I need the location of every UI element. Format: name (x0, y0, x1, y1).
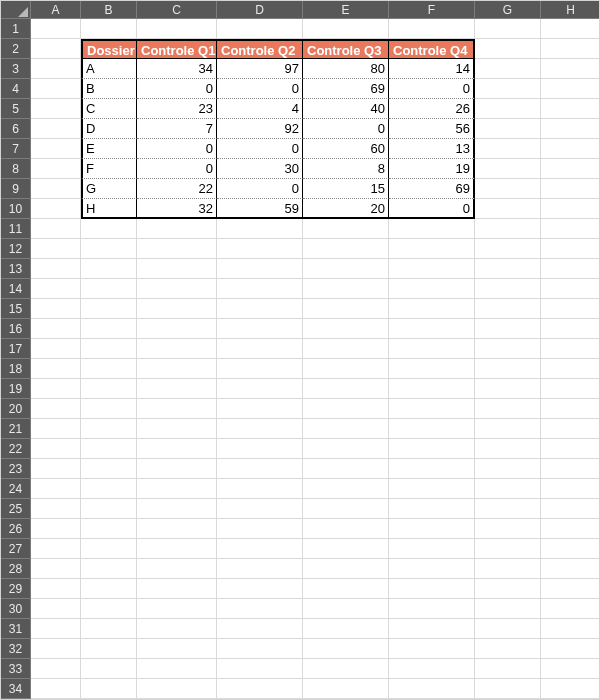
cell-C14[interactable] (137, 279, 217, 299)
cell-D1[interactable] (217, 19, 303, 39)
spreadsheet-grid[interactable]: A B C D E F G H 12DossierControle Q1Cont… (0, 0, 600, 700)
cell-F1[interactable] (389, 19, 475, 39)
cell-A5[interactable] (31, 99, 81, 119)
cell-D17[interactable] (217, 339, 303, 359)
cell-H27[interactable] (541, 539, 600, 559)
cell-E2[interactable]: Controle Q3 (303, 39, 389, 59)
row-header-3[interactable]: 3 (1, 59, 31, 79)
cell-F17[interactable] (389, 339, 475, 359)
cell-F9[interactable]: 69 (389, 179, 475, 199)
row-header-22[interactable]: 22 (1, 439, 31, 459)
cell-H28[interactable] (541, 559, 600, 579)
cell-C23[interactable] (137, 459, 217, 479)
cell-E34[interactable] (303, 679, 389, 699)
cell-A7[interactable] (31, 139, 81, 159)
cell-H4[interactable] (541, 79, 600, 99)
cell-G32[interactable] (475, 639, 541, 659)
cell-E32[interactable] (303, 639, 389, 659)
cell-A16[interactable] (31, 319, 81, 339)
cell-C11[interactable] (137, 219, 217, 239)
row-header-13[interactable]: 13 (1, 259, 31, 279)
cell-G13[interactable] (475, 259, 541, 279)
cell-H13[interactable] (541, 259, 600, 279)
cell-F11[interactable] (389, 219, 475, 239)
cell-F4[interactable]: 0 (389, 79, 475, 99)
cell-A28[interactable] (31, 559, 81, 579)
cell-B6[interactable]: D (81, 119, 137, 139)
row-header-24[interactable]: 24 (1, 479, 31, 499)
cell-D30[interactable] (217, 599, 303, 619)
cell-G33[interactable] (475, 659, 541, 679)
cell-C5[interactable]: 23 (137, 99, 217, 119)
cell-F33[interactable] (389, 659, 475, 679)
cell-A19[interactable] (31, 379, 81, 399)
cell-D25[interactable] (217, 499, 303, 519)
cell-G12[interactable] (475, 239, 541, 259)
cell-H10[interactable] (541, 199, 600, 219)
cell-H3[interactable] (541, 59, 600, 79)
row-header-7[interactable]: 7 (1, 139, 31, 159)
cell-H26[interactable] (541, 519, 600, 539)
cell-H12[interactable] (541, 239, 600, 259)
row-header-17[interactable]: 17 (1, 339, 31, 359)
cell-H5[interactable] (541, 99, 600, 119)
cell-A6[interactable] (31, 119, 81, 139)
cell-E6[interactable]: 0 (303, 119, 389, 139)
cell-F28[interactable] (389, 559, 475, 579)
col-header-H[interactable]: H (541, 1, 600, 19)
cell-F16[interactable] (389, 319, 475, 339)
cell-C19[interactable] (137, 379, 217, 399)
cell-B27[interactable] (81, 539, 137, 559)
cell-E33[interactable] (303, 659, 389, 679)
cell-F32[interactable] (389, 639, 475, 659)
row-header-30[interactable]: 30 (1, 599, 31, 619)
cell-B3[interactable]: A (81, 59, 137, 79)
cell-C28[interactable] (137, 559, 217, 579)
cell-H17[interactable] (541, 339, 600, 359)
cell-E31[interactable] (303, 619, 389, 639)
row-header-20[interactable]: 20 (1, 399, 31, 419)
cell-G10[interactable] (475, 199, 541, 219)
cell-F3[interactable]: 14 (389, 59, 475, 79)
cell-C10[interactable]: 32 (137, 199, 217, 219)
cell-B19[interactable] (81, 379, 137, 399)
row-header-11[interactable]: 11 (1, 219, 31, 239)
cell-G30[interactable] (475, 599, 541, 619)
cell-H24[interactable] (541, 479, 600, 499)
row-header-6[interactable]: 6 (1, 119, 31, 139)
cell-B1[interactable] (81, 19, 137, 39)
cell-F13[interactable] (389, 259, 475, 279)
col-header-C[interactable]: C (137, 1, 217, 19)
row-header-5[interactable]: 5 (1, 99, 31, 119)
cell-G14[interactable] (475, 279, 541, 299)
cell-F8[interactable]: 19 (389, 159, 475, 179)
cell-A9[interactable] (31, 179, 81, 199)
cell-B30[interactable] (81, 599, 137, 619)
cell-G22[interactable] (475, 439, 541, 459)
cell-F21[interactable] (389, 419, 475, 439)
cell-G17[interactable] (475, 339, 541, 359)
cell-B2[interactable]: Dossier (81, 39, 137, 59)
cell-G25[interactable] (475, 499, 541, 519)
cell-H11[interactable] (541, 219, 600, 239)
cell-F25[interactable] (389, 499, 475, 519)
cell-D19[interactable] (217, 379, 303, 399)
cell-B9[interactable]: G (81, 179, 137, 199)
cell-D2[interactable]: Controle Q2 (217, 39, 303, 59)
cell-G15[interactable] (475, 299, 541, 319)
row-header-12[interactable]: 12 (1, 239, 31, 259)
cell-B17[interactable] (81, 339, 137, 359)
cell-E5[interactable]: 40 (303, 99, 389, 119)
cell-G34[interactable] (475, 679, 541, 699)
cell-F27[interactable] (389, 539, 475, 559)
cell-D33[interactable] (217, 659, 303, 679)
cell-C15[interactable] (137, 299, 217, 319)
cell-G23[interactable] (475, 459, 541, 479)
cell-D28[interactable] (217, 559, 303, 579)
cell-B28[interactable] (81, 559, 137, 579)
cell-E20[interactable] (303, 399, 389, 419)
row-header-32[interactable]: 32 (1, 639, 31, 659)
cell-C20[interactable] (137, 399, 217, 419)
cell-E23[interactable] (303, 459, 389, 479)
cell-A10[interactable] (31, 199, 81, 219)
